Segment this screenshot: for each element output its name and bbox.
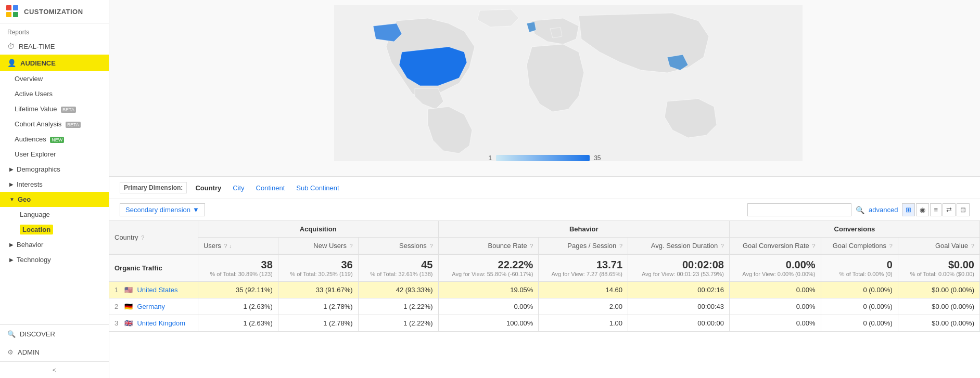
- row1-sessions: 42 (93.33%): [358, 282, 438, 298]
- user-explorer-label: User Explorer: [15, 150, 56, 158]
- users-help-icon[interactable]: ?: [224, 243, 227, 249]
- row2-country: 2 🇩🇪 Germany: [109, 298, 198, 315]
- country-help-icon[interactable]: ?: [141, 234, 144, 241]
- goal-conv-rate-help-icon[interactable]: ?: [812, 243, 815, 249]
- sidebar-item-lifetime-value[interactable]: Lifetime Value BETA: [0, 101, 109, 116]
- view-btn-pivot[interactable]: ⊡: [957, 203, 970, 216]
- row1-goal-value: $0.00 (0.00%): [898, 282, 979, 298]
- search-button[interactable]: 🔍: [856, 206, 864, 214]
- table-row: 3 🇬🇧 United Kingdom 1 (2.63%) 1 (2.78%) …: [109, 315, 980, 332]
- demographics-arrow-icon: ▶: [9, 166, 14, 172]
- col-header-avg-session: Avg. Session Duration ?: [628, 238, 730, 255]
- total-pages-session: 13.71 Avg for View: 7.27 (88.65%): [539, 254, 628, 282]
- view-btn-bar[interactable]: ≡: [930, 203, 941, 216]
- collapse-icon: <: [53, 366, 57, 374]
- cohort-analysis-label: Cohort Analysis: [15, 120, 61, 128]
- table-total-row: Organic Traffic 38 % of Total: 30.89% (1…: [109, 254, 980, 282]
- sidebar: CUSTOMIZATION Reports ⏱ REAL-TIME 👤 AUDI…: [0, 0, 109, 378]
- sidebar-item-cohort-analysis[interactable]: Cohort Analysis BETA: [0, 116, 109, 132]
- primary-dim-label: Primary Dimension:: [120, 182, 187, 193]
- users-sort-icon: ↓: [229, 243, 232, 249]
- row3-bounce-rate: 100.00%: [438, 315, 539, 332]
- interests-label: Interests: [17, 180, 43, 188]
- lifetime-value-beta-badge: BETA: [61, 107, 76, 113]
- advanced-link[interactable]: advanced: [869, 206, 898, 214]
- row2-bounce-rate: 0.00%: [438, 298, 539, 315]
- interests-arrow-icon: ▶: [9, 181, 14, 187]
- row3-new-users: 1 (2.78%): [278, 315, 358, 332]
- row2-goal-completions: 0 (0.00%): [821, 298, 898, 315]
- table-row: 2 🇩🇪 Germany 1 (2.63%) 1 (2.78%) 1 (2.22…: [109, 298, 980, 315]
- goal-value-help-icon[interactable]: ?: [971, 243, 974, 249]
- view-btn-table[interactable]: ⊞: [902, 203, 915, 216]
- sidebar-item-active-users[interactable]: Active Users: [0, 86, 109, 101]
- sidebar-item-discover[interactable]: 🔍 DISCOVER: [0, 325, 109, 343]
- sidebar-item-admin[interactable]: ⚙ ADMIN: [0, 343, 109, 361]
- cohort-analysis-beta-badge: BETA: [66, 122, 81, 128]
- row3-sessions: 1 (2.22%): [358, 315, 438, 332]
- main-content: 1 35 Primary Dimension: Country City Con…: [109, 0, 980, 378]
- row1-country-link[interactable]: United States: [137, 286, 177, 294]
- dim-option-city[interactable]: City: [230, 183, 247, 193]
- demographics-label: Demographics: [17, 165, 60, 173]
- total-new-users: 36 % of Total: 30.25% (119): [278, 254, 358, 282]
- row2-goal-value: $0.00 (0.00%): [898, 298, 979, 315]
- goal-completions-help-icon[interactable]: ?: [889, 243, 893, 249]
- bounce-rate-help-icon[interactable]: ?: [530, 243, 533, 249]
- view-btn-compare[interactable]: ⇄: [943, 203, 956, 216]
- row1-goal-conv-rate: 0.00%: [729, 282, 821, 298]
- search-input[interactable]: [747, 203, 851, 216]
- dim-option-continent[interactable]: Continent: [253, 183, 288, 193]
- row1-new-users: 33 (91.67%): [278, 282, 358, 298]
- row1-country: 1 🇺🇸 United States: [109, 282, 198, 298]
- sidebar-item-location[interactable]: Location: [0, 222, 109, 237]
- row1-avg-session: 00:02:16: [628, 282, 730, 298]
- technology-arrow-icon: ▶: [9, 257, 14, 263]
- row3-country-link[interactable]: United Kingdom: [137, 319, 185, 327]
- audience-label: AUDIENCE: [20, 59, 56, 67]
- sidebar-item-audience[interactable]: 👤 AUDIENCE: [0, 55, 109, 71]
- avg-session-help-icon[interactable]: ?: [721, 243, 724, 249]
- sidebar-item-demographics[interactable]: ▶ Demographics: [0, 162, 109, 177]
- col-header-new-users: New Users ?: [278, 238, 358, 255]
- map-legend-max: 35: [594, 154, 601, 162]
- sidebar-item-user-explorer[interactable]: User Explorer: [0, 147, 109, 162]
- col-header-sessions: Sessions ?: [358, 238, 438, 255]
- dim-option-country[interactable]: Country: [192, 183, 224, 193]
- pages-session-help-icon[interactable]: ?: [619, 243, 622, 249]
- sidebar-bottom: 🔍 DISCOVER ⚙ ADMIN <: [0, 324, 109, 378]
- total-label: Organic Traffic: [109, 254, 198, 282]
- sidebar-header: CUSTOMIZATION: [0, 0, 109, 23]
- row3-goal-value: $0.00 (0.00%): [898, 315, 979, 332]
- sidebar-item-overview[interactable]: Overview: [0, 71, 109, 86]
- group-header-behavior: Behavior: [438, 221, 729, 238]
- map-legend: 1 35: [488, 154, 601, 162]
- sidebar-collapse-button[interactable]: <: [0, 361, 109, 378]
- total-goal-conv-rate: 0.00% Avg for View: 0.00% (0.00%): [729, 254, 821, 282]
- sessions-help-icon[interactable]: ?: [429, 243, 432, 249]
- realtime-label: REAL-TIME: [19, 43, 55, 50]
- row3-country: 3 🇬🇧 United Kingdom: [109, 315, 198, 332]
- sidebar-item-interests[interactable]: ▶ Interests: [0, 177, 109, 192]
- sidebar-item-realtime[interactable]: ⏱ REAL-TIME: [0, 38, 109, 55]
- sidebar-item-behavior[interactable]: ▶ Behavior: [0, 237, 109, 252]
- data-table: Country ? Acquisition Behavior Conversio…: [109, 221, 980, 332]
- audiences-new-badge: NEW: [50, 137, 64, 143]
- view-btn-pie[interactable]: ◉: [916, 203, 929, 216]
- sidebar-item-language[interactable]: Language: [0, 207, 109, 222]
- row2-country-link[interactable]: Germany: [137, 303, 164, 310]
- sidebar-item-technology[interactable]: ▶ Technology: [0, 252, 109, 267]
- sidebar-item-audiences[interactable]: Audiences NEW: [0, 132, 109, 147]
- secondary-dim-arrow-icon: ▼: [193, 206, 199, 214]
- secondary-dimension-button[interactable]: Secondary dimension ▼: [120, 203, 205, 216]
- app-logo: [6, 5, 19, 18]
- dim-option-sub-continent[interactable]: Sub Continent: [293, 183, 342, 193]
- total-bounce-rate: 22.22% Avg for View: 55.80% (-60.17%): [438, 254, 539, 282]
- row3-goal-completions: 0 (0.00%): [821, 315, 898, 332]
- sidebar-item-geo[interactable]: ▼ Geo: [0, 192, 109, 207]
- group-header-acquisition: Acquisition: [198, 221, 438, 238]
- new-users-help-icon[interactable]: ?: [350, 243, 353, 249]
- app-title: CUSTOMIZATION: [24, 8, 83, 16]
- map-legend-bar: [496, 155, 590, 161]
- realtime-icon: ⏱: [7, 42, 15, 50]
